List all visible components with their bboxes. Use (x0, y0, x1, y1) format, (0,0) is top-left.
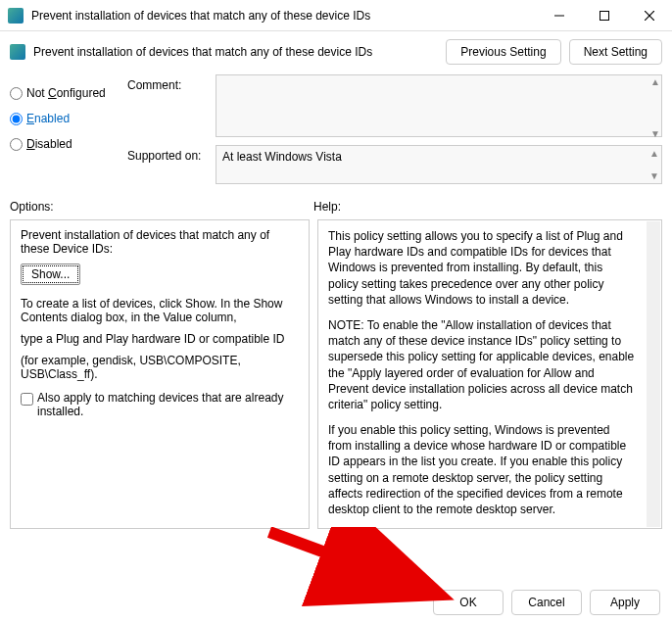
help-panel: This policy setting allows you to specif… (317, 219, 662, 529)
minimize-button[interactable] (537, 0, 582, 31)
comment-label: Comment: (127, 74, 216, 92)
policy-title: Prevent installation of devices that mat… (33, 45, 438, 59)
options-line2: type a Plug and Play hardware ID or comp… (21, 332, 299, 346)
radio-column: Not Configured Enabled Disabled (10, 74, 118, 188)
help-p3: If you enable this policy setting, Windo… (328, 422, 636, 517)
panels: Prevent installation of devices that mat… (0, 216, 672, 537)
ok-button[interactable]: OK (433, 590, 504, 615)
help-p2: NOTE: To enable the "Allow installation … (328, 317, 636, 412)
radio-disabled[interactable]: Disabled (10, 131, 118, 157)
also-apply-checkbox[interactable] (21, 393, 33, 406)
app-icon (8, 8, 24, 24)
supported-on-label: Supported on: (127, 145, 216, 163)
panel-labels: Options: Help: (0, 194, 672, 216)
options-line3: (for example, gendisk, USB\COMPOSITE, US… (21, 354, 299, 381)
help-label: Help: (313, 200, 662, 214)
options-label: Options: (10, 200, 313, 214)
scroll-down-icon: ▼ (649, 170, 659, 181)
radio-not-configured-input[interactable] (10, 87, 23, 100)
previous-setting-button[interactable]: Previous Setting (446, 39, 560, 65)
close-icon (645, 11, 654, 21)
scroll-up-icon: ▲ (650, 76, 660, 87)
also-apply-label: Also apply to matching devices that are … (37, 391, 299, 418)
options-intro: Prevent installation of devices that mat… (21, 228, 299, 256)
maximize-button[interactable] (582, 0, 627, 31)
radio-not-configured[interactable]: Not Configured (10, 80, 118, 106)
help-p1: This policy setting allows you to specif… (328, 228, 636, 308)
supported-on-value: At least Windows Vista ▲ ▼ (216, 145, 662, 184)
radio-enabled[interactable]: Enabled (10, 106, 118, 131)
comment-textarea[interactable] (216, 74, 662, 137)
svg-line-5 (269, 532, 421, 588)
window-title: Prevent installation of devices that mat… (31, 9, 537, 23)
maximize-icon (600, 11, 609, 21)
titlebar: Prevent installation of devices that mat… (0, 0, 672, 31)
meta-column: Comment: ▲ ▼ Supported on: At least Wind… (127, 74, 662, 188)
options-panel: Prevent installation of devices that mat… (10, 219, 310, 529)
radio-disabled-input[interactable] (10, 138, 23, 151)
radio-not-configured-label: Not Configured (26, 86, 106, 100)
minimize-icon (554, 11, 564, 21)
footer: OK Cancel Apply (0, 590, 672, 615)
config-grid: Not Configured Enabled Disabled Comment:… (0, 69, 672, 194)
svg-rect-1 (600, 11, 609, 20)
options-line1: To create a list of devices, click Show.… (21, 297, 299, 324)
radio-enabled-label: Enabled (26, 112, 70, 125)
help-scrollbar[interactable] (647, 221, 660, 527)
help-p4: If you disable or do not configure this … (328, 527, 636, 529)
radio-disabled-label: Disabled (26, 137, 72, 151)
cancel-button[interactable]: Cancel (511, 590, 582, 615)
also-apply-row: Also apply to matching devices that are … (21, 391, 299, 418)
header-row: Prevent installation of devices that mat… (0, 31, 672, 69)
scroll-down-icon: ▼ (650, 128, 660, 139)
scroll-up-icon: ▲ (649, 148, 659, 159)
show-button[interactable]: Show... (21, 264, 80, 285)
next-setting-button[interactable]: Next Setting (569, 39, 662, 65)
apply-button[interactable]: Apply (590, 590, 660, 615)
policy-icon (10, 44, 25, 60)
radio-enabled-input[interactable] (10, 113, 23, 125)
close-button[interactable] (627, 0, 672, 31)
